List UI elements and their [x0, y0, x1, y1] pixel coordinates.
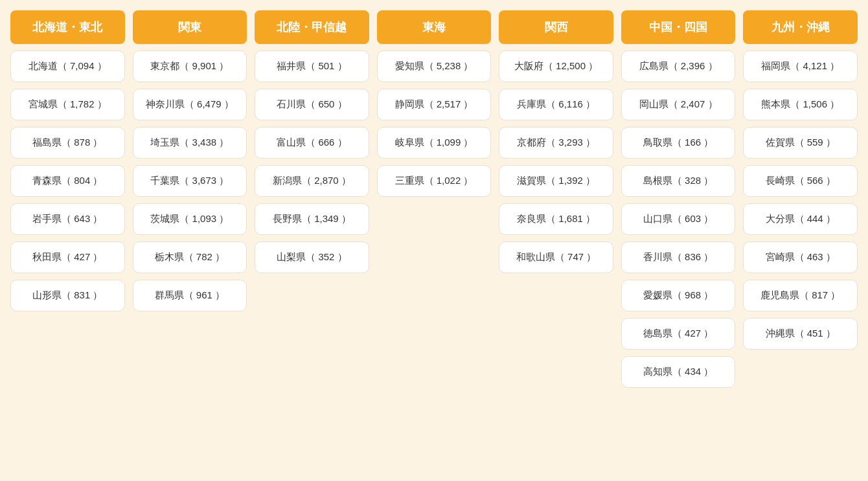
prefecture-item[interactable]: 高知県（ 434 ） — [621, 356, 736, 388]
prefecture-item[interactable]: 福岡県（ 4,121 ） — [743, 50, 858, 82]
region-header-kyushu-okinawa[interactable]: 九州・沖縄 — [743, 10, 858, 44]
prefecture-item[interactable]: 熊本県（ 1,506 ） — [743, 89, 858, 120]
prefecture-item[interactable]: 京都府（ 3,293 ） — [499, 127, 613, 159]
prefecture-item[interactable]: 大阪府（ 12,500 ） — [499, 50, 613, 82]
prefecture-item[interactable]: 佐賀県（ 559 ） — [743, 127, 858, 159]
region-header-kanto[interactable]: 関東 — [133, 10, 247, 44]
prefecture-item[interactable]: 和歌山県（ 747 ） — [499, 241, 613, 273]
prefecture-item[interactable]: 静岡県（ 2,517 ） — [377, 89, 492, 120]
region-header-hokkaido-tohoku[interactable]: 北海道・東北 — [10, 10, 125, 44]
region-column-chugoku-shikoku: 中国・四国広島県（ 2,396 ）岡山県（ 2,407 ）鳥取県（ 166 ）島… — [621, 10, 736, 388]
prefecture-item[interactable]: 鳥取県（ 166 ） — [621, 127, 736, 159]
prefecture-item[interactable]: 茨城県（ 1,093 ） — [133, 203, 247, 235]
prefecture-item[interactable]: 山形県（ 831 ） — [10, 280, 125, 311]
region-column-kansai: 関西大阪府（ 12,500 ）兵庫県（ 6,116 ）京都府（ 3,293 ）滋… — [499, 10, 613, 388]
prefecture-item[interactable]: 愛知県（ 5,238 ） — [377, 50, 492, 82]
prefecture-item[interactable]: 北海道（ 7,094 ） — [10, 50, 125, 82]
prefecture-item[interactable]: 奈良県（ 1,681 ） — [499, 203, 613, 235]
prefecture-item[interactable]: 新潟県（ 2,870 ） — [255, 165, 369, 197]
region-column-hokkaido-tohoku: 北海道・東北北海道（ 7,094 ）宮城県（ 1,782 ）福島県（ 878 ）… — [10, 10, 125, 388]
prefecture-item[interactable]: 福井県（ 501 ） — [255, 50, 369, 82]
prefecture-item[interactable]: 宮崎県（ 463 ） — [743, 241, 858, 273]
prefecture-item[interactable]: 山口県（ 603 ） — [621, 203, 736, 235]
prefecture-item[interactable]: 埼玉県（ 3,438 ） — [133, 127, 247, 159]
prefecture-item[interactable]: 青森県（ 804 ） — [10, 165, 125, 197]
prefecture-item[interactable]: 大分県（ 444 ） — [743, 203, 858, 235]
region-header-chugoku-shikoku[interactable]: 中国・四国 — [621, 10, 736, 44]
prefecture-item[interactable]: 群馬県（ 961 ） — [133, 280, 247, 311]
region-column-kanto: 関東東京都（ 9,901 ）神奈川県（ 6,479 ）埼玉県（ 3,438 ）千… — [133, 10, 247, 388]
prefecture-item[interactable]: 秋田県（ 427 ） — [10, 241, 125, 273]
prefecture-item[interactable]: 島根県（ 328 ） — [621, 165, 736, 197]
prefecture-item[interactable]: 東京都（ 9,901 ） — [133, 50, 247, 82]
prefecture-item[interactable]: 岩手県（ 643 ） — [10, 203, 125, 235]
prefecture-item[interactable]: 岐阜県（ 1,099 ） — [377, 127, 492, 159]
prefecture-item[interactable]: 沖縄県（ 451 ） — [743, 318, 858, 350]
region-column-hokuriku-koshinetsu: 北陸・甲信越福井県（ 501 ）石川県（ 650 ）富山県（ 666 ）新潟県（… — [255, 10, 369, 388]
prefecture-item[interactable]: 富山県（ 666 ） — [255, 127, 369, 159]
prefecture-item[interactable]: 岡山県（ 2,407 ） — [621, 89, 736, 120]
prefecture-item[interactable]: 千葉県（ 3,673 ） — [133, 165, 247, 197]
prefecture-item[interactable]: 長野県（ 1,349 ） — [255, 203, 369, 235]
region-column-tokai: 東海愛知県（ 5,238 ）静岡県（ 2,517 ）岐阜県（ 1,099 ）三重… — [377, 10, 492, 388]
prefecture-item[interactable]: 長崎県（ 566 ） — [743, 165, 858, 197]
prefecture-item[interactable]: 広島県（ 2,396 ） — [621, 50, 736, 82]
prefecture-item[interactable]: 徳島県（ 427 ） — [621, 318, 736, 350]
prefecture-item[interactable]: 山梨県（ 352 ） — [255, 241, 369, 273]
region-header-tokai[interactable]: 東海 — [377, 10, 492, 44]
prefecture-item[interactable]: 神奈川県（ 6,479 ） — [133, 89, 247, 120]
prefecture-item[interactable]: 愛媛県（ 968 ） — [621, 280, 736, 311]
region-header-kansai[interactable]: 関西 — [499, 10, 613, 44]
region-column-kyushu-okinawa: 九州・沖縄福岡県（ 4,121 ）熊本県（ 1,506 ）佐賀県（ 559 ）長… — [743, 10, 858, 388]
prefecture-item[interactable]: 滋賀県（ 1,392 ） — [499, 165, 613, 197]
prefecture-item[interactable]: 石川県（ 650 ） — [255, 89, 369, 120]
prefecture-item[interactable]: 福島県（ 878 ） — [10, 127, 125, 159]
prefecture-item[interactable]: 香川県（ 836 ） — [621, 241, 736, 273]
prefecture-item[interactable]: 鹿児島県（ 817 ） — [743, 280, 858, 311]
prefecture-item[interactable]: 三重県（ 1,022 ） — [377, 165, 492, 197]
region-grid: 北海道・東北北海道（ 7,094 ）宮城県（ 1,782 ）福島県（ 878 ）… — [10, 10, 858, 388]
prefecture-item[interactable]: 栃木県（ 782 ） — [133, 241, 247, 273]
region-header-hokuriku-koshinetsu[interactable]: 北陸・甲信越 — [255, 10, 369, 44]
prefecture-item[interactable]: 宮城県（ 1,782 ） — [10, 89, 125, 120]
prefecture-item[interactable]: 兵庫県（ 6,116 ） — [499, 89, 613, 120]
